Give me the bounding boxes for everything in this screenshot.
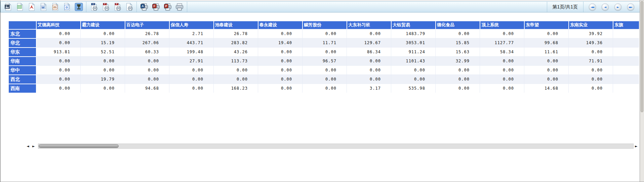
data-cell: 71.91	[568, 56, 613, 65]
data-cell: 0.00	[347, 74, 391, 84]
svg-text:A: A	[142, 4, 144, 8]
report-table: 艾德高科技霸力建设百达电子保信人寿池春建设春永建设赐芳股份大东补习班大钰贸易德化…	[9, 21, 639, 93]
first-page-button[interactable]: ◄◄	[589, 3, 596, 10]
export-o-icon[interactable]: o	[62, 2, 72, 12]
data-cell: 0.00	[258, 65, 302, 74]
table-row: 华东913.8152.5160.33199.4843.260.000.0086.…	[9, 47, 639, 56]
data-cell: 3053.01	[391, 38, 435, 47]
table-row: 华南0.000.000.0027.91113.730.0096.570.0011…	[9, 56, 639, 65]
data-cell: 0.00	[391, 65, 435, 74]
export-excel-icon[interactable]	[15, 2, 25, 12]
data-cell: 19.40	[258, 38, 302, 47]
data-cell: 0.00	[125, 56, 169, 65]
data-cell: 0.00	[480, 65, 524, 74]
toolbar-nav-group: ◄◄◄►►►	[583, 3, 640, 10]
data-cell: 60.33	[125, 47, 169, 56]
print-applet-icon[interactable]: A	[139, 2, 149, 12]
data-cell: 0.00	[524, 65, 568, 74]
export-pdf-icon[interactable]	[27, 2, 36, 12]
data-cell: 15.85	[435, 38, 480, 47]
data-cell: 0.00	[480, 29, 524, 38]
column-header: 春永建设	[258, 21, 302, 29]
data-cell: 0.00	[480, 74, 524, 84]
hscroll-thumb[interactable]	[39, 144, 119, 148]
export-word-icon[interactable]: W	[39, 2, 48, 12]
data-cell: 1127.77	[480, 38, 524, 47]
prev-page-button[interactable]: ◄	[602, 3, 609, 10]
column-header: 大东补习班	[347, 21, 391, 29]
table-row: 华中0.000.000.000.000.000.000.000.000.000.…	[9, 65, 639, 74]
data-cell	[613, 84, 639, 93]
svg-text:m: m	[53, 5, 56, 9]
report-viewer-window: W m o A F P	[0, 0, 644, 182]
next-page-icon: ►	[617, 5, 619, 9]
data-cell: 0.00	[258, 84, 302, 93]
data-cell: 535.98	[391, 84, 435, 93]
data-cell: 149.36	[568, 38, 613, 47]
data-cell: 2.71	[169, 29, 213, 38]
data-cell: 911.24	[391, 47, 435, 56]
column-header: 东南实业	[568, 21, 613, 29]
toolbar-pageprint-group: A F P	[86, 2, 136, 12]
data-cell: 0.00	[169, 65, 213, 74]
data-cell: 199.48	[169, 47, 213, 56]
print-preview-pdf-icon[interactable]: P	[113, 2, 122, 12]
data-cell: 0.00	[435, 74, 480, 84]
data-cell: 0.00	[347, 56, 391, 65]
data-cell: 0.00	[258, 47, 302, 56]
column-header: 池春建设	[213, 21, 258, 29]
page-indicator: 第1页/共1页	[547, 4, 583, 10]
table-row: 西南0.000.0094.680.00168.230.000.003.17535…	[9, 84, 639, 93]
data-cell: 0.00	[347, 65, 391, 74]
print-preview-plain-icon[interactable]	[124, 2, 134, 12]
last-page-button[interactable]: ►►	[627, 3, 634, 10]
svg-text:o: o	[66, 5, 68, 9]
data-cell: 94.68	[125, 84, 169, 93]
data-cell: 113.73	[213, 56, 258, 65]
first-page-icon: ◄◄	[591, 5, 593, 9]
scroll-right-end-icon[interactable]: ►	[635, 144, 638, 148]
export-m-icon[interactable]: m	[50, 2, 60, 12]
data-cell: 32.99	[435, 56, 480, 65]
data-cell: 0.00	[480, 84, 524, 93]
scroll-left-icon[interactable]: ◄	[27, 144, 29, 148]
data-cell: 19.79	[80, 74, 125, 84]
column-header: 保信人寿	[169, 21, 213, 29]
report-toolbar: W m o A F P	[0, 1, 640, 12]
data-cell: 0.00	[80, 84, 125, 93]
data-cell: 96.57	[302, 56, 347, 65]
print-preview-applet-icon[interactable]: A	[89, 2, 98, 12]
vscroll-thumb[interactable]	[641, 1, 643, 112]
data-cell: 0.00	[169, 84, 213, 93]
data-cell: 0.00	[524, 29, 568, 38]
report-cup-icon[interactable]	[74, 2, 83, 12]
data-cell: 0.00	[125, 74, 169, 84]
data-cell: 11.61	[524, 47, 568, 56]
print-pdf-icon[interactable]: P	[163, 2, 172, 12]
toolbar-separator	[187, 2, 187, 12]
column-header: 艾德高科技	[36, 21, 80, 29]
data-cell: 0.00	[169, 74, 213, 84]
print-preview-flash-icon[interactable]: F	[101, 2, 110, 12]
print-plain-icon[interactable]	[175, 2, 184, 12]
data-cell: 0.00	[36, 84, 80, 93]
data-cell: 129.67	[347, 38, 391, 47]
vertical-scrollbar[interactable]	[640, 0, 644, 182]
prev-page-icon: ◄	[604, 5, 606, 9]
data-cell: 0.00	[213, 74, 258, 84]
column-header: 大钰贸易	[391, 21, 435, 29]
data-cell: 15.19	[80, 38, 125, 47]
data-cell: 99.68	[524, 38, 568, 47]
export-image-icon[interactable]	[3, 2, 13, 12]
data-cell: 1483.79	[391, 29, 435, 38]
print-flash-icon[interactable]: F	[151, 2, 161, 12]
scroll-right-icon[interactable]: ►	[32, 144, 35, 148]
next-page-button[interactable]: ►	[614, 3, 621, 10]
svg-text:P: P	[165, 4, 167, 8]
column-header: 赐芳股份	[302, 21, 347, 29]
svg-text:F: F	[154, 4, 156, 8]
data-cell: 267.06	[125, 38, 169, 47]
hscroll-track[interactable]	[38, 144, 634, 149]
data-cell: 0.00	[36, 56, 80, 65]
data-cell: 86.34	[347, 47, 391, 56]
